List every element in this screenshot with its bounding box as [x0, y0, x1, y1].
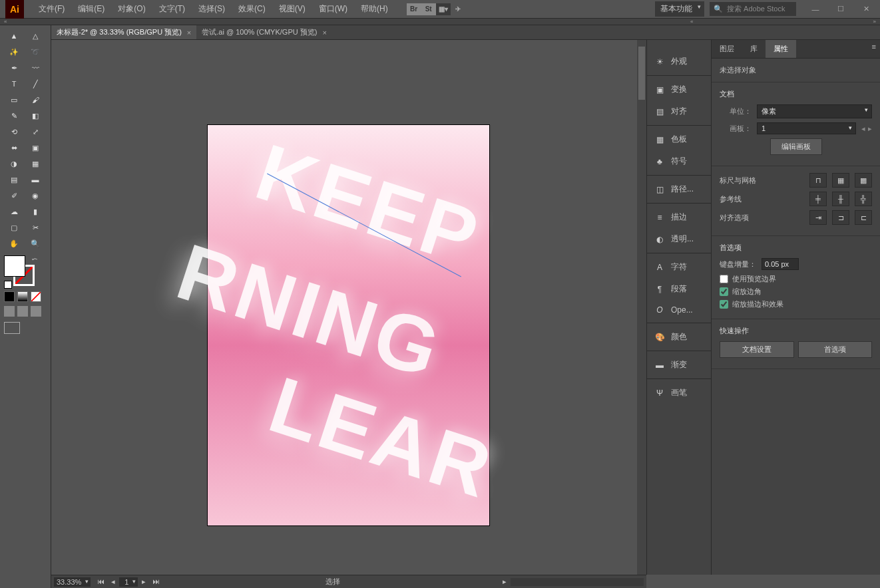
menu-help[interactable]: 帮助(H): [354, 3, 395, 15]
menu-window[interactable]: 窗口(W): [312, 3, 354, 15]
collapse-right-icon[interactable]: »: [869, 19, 880, 25]
lock-guides-icon[interactable]: ╫: [832, 192, 849, 206]
stock-icon[interactable]: St: [421, 3, 436, 15]
zoom-dropdown[interactable]: 33.33%: [54, 577, 91, 587]
curvature-tool[interactable]: 〰: [25, 60, 45, 76]
scale-tool[interactable]: ⤢: [25, 124, 45, 140]
symbol-sprayer-tool[interactable]: ☁: [4, 204, 24, 220]
color-black[interactable]: [4, 291, 15, 302]
panel-pathfinder[interactable]: ◫路径...: [647, 178, 711, 200]
eraser-tool[interactable]: ◧: [25, 108, 45, 124]
close-tab-icon[interactable]: ×: [187, 29, 191, 37]
menu-object[interactable]: 对象(O): [111, 3, 152, 15]
arrange-icon[interactable]: ▦▾: [436, 3, 451, 15]
magic-wand-tool[interactable]: ✨: [4, 44, 24, 60]
status-menu-icon[interactable]: ▸: [503, 577, 507, 586]
maximize-button[interactable]: ☐: [832, 4, 849, 15]
gpu-icon[interactable]: ✈: [451, 3, 465, 15]
mesh-tool[interactable]: ▤: [4, 172, 24, 188]
collapse-mid-icon[interactable]: «: [686, 19, 697, 25]
prefs-button[interactable]: 首选项: [798, 341, 873, 358]
workspace-dropdown[interactable]: 基本功能: [655, 1, 704, 17]
tab-libraries[interactable]: 库: [742, 40, 766, 58]
color-gradient[interactable]: [17, 291, 28, 302]
kbd-incr-input[interactable]: [762, 258, 799, 270]
close-tab-icon[interactable]: ×: [322, 29, 326, 37]
tab-properties[interactable]: 属性: [766, 40, 796, 58]
direct-selection-tool[interactable]: △: [25, 28, 45, 44]
snap-pixel-icon[interactable]: ⊏: [855, 210, 872, 225]
artboard-select[interactable]: 1: [757, 122, 856, 134]
menu-effect[interactable]: 效果(C): [232, 3, 272, 15]
menu-type[interactable]: 文字(T): [152, 3, 192, 15]
shape-builder-tool[interactable]: ◑: [4, 156, 24, 172]
draw-behind[interactable]: [17, 306, 28, 317]
tab-layers[interactable]: 图层: [712, 40, 742, 58]
panel-swatches[interactable]: ▦色板: [647, 128, 711, 150]
menu-select[interactable]: 选择(S): [192, 3, 232, 15]
selection-tool[interactable]: ▲: [4, 28, 24, 44]
horizontal-scrollbar[interactable]: [511, 578, 644, 586]
perspective-tool[interactable]: ▦: [25, 156, 45, 172]
panel-stroke[interactable]: ≡描边: [647, 206, 711, 228]
rotate-tool[interactable]: ⟲: [4, 124, 24, 140]
vertical-scrollbar[interactable]: [637, 40, 646, 575]
panel-transform[interactable]: ▣变换: [647, 78, 711, 100]
scrollbar-thumb[interactable]: [638, 47, 645, 100]
rectangle-tool[interactable]: ▭: [4, 92, 24, 108]
graph-tool[interactable]: ▮: [25, 204, 45, 220]
zoom-tool[interactable]: 🔍: [25, 235, 45, 251]
menu-file[interactable]: 文件(F): [32, 3, 71, 15]
blend-tool[interactable]: ◉: [25, 188, 45, 204]
panel-gradient[interactable]: ▬渐变: [647, 354, 711, 376]
slice-tool[interactable]: ✂: [25, 220, 45, 235]
close-button[interactable]: ✕: [857, 4, 875, 15]
artboard-tool[interactable]: ▢: [4, 220, 24, 235]
grid-icon[interactable]: ▦: [832, 173, 849, 188]
next-artboard-button[interactable]: ▸: [139, 577, 148, 587]
panel-menu-icon[interactable]: ≡: [868, 40, 880, 58]
snap-grid-icon[interactable]: ⊐: [832, 210, 849, 225]
panel-transparency[interactable]: ◐透明...: [647, 228, 711, 250]
fill-stroke-control[interactable]: ⤺: [4, 255, 37, 289]
bridge-icon[interactable]: Br: [407, 3, 421, 15]
edit-artboard-button[interactable]: 编辑画板: [770, 138, 822, 155]
draw-inside[interactable]: [31, 306, 41, 317]
search-input[interactable]: 🔍 搜索 Adobe Stock: [710, 2, 796, 16]
line-tool[interactable]: ╱: [25, 76, 45, 92]
show-guides-icon[interactable]: ╪: [809, 192, 827, 206]
doc-setup-button[interactable]: 文档设置: [720, 341, 794, 358]
prev-artboard-button[interactable]: ◂: [109, 577, 118, 587]
screen-mode-icon[interactable]: [4, 322, 20, 334]
check-scale-strokes[interactable]: 缩放描边和效果: [720, 299, 872, 309]
swap-fill-stroke-icon[interactable]: ⤺: [32, 255, 37, 263]
prev-artboard-button[interactable]: ◂: [861, 124, 865, 133]
document-tab-1[interactable]: 未标题-2* @ 33.33% (RGB/GPU 预览) ×: [51, 25, 196, 39]
default-fill-stroke-icon[interactable]: [4, 281, 12, 289]
panel-align[interactable]: ▤对齐: [647, 100, 711, 122]
eyedropper-tool[interactable]: ✐: [4, 188, 24, 204]
free-transform-tool[interactable]: ▣: [25, 140, 45, 156]
ruler-icon[interactable]: ⊓: [809, 173, 827, 188]
color-none[interactable]: [31, 291, 41, 302]
menu-edit[interactable]: 编辑(E): [71, 3, 111, 15]
draw-normal[interactable]: [4, 306, 15, 317]
panel-paragraph[interactable]: ¶段落: [647, 278, 711, 300]
hand-tool[interactable]: ✋: [4, 235, 24, 251]
document-tab-2[interactable]: 尝试.ai @ 100% (CMYK/GPU 预览) ×: [196, 25, 332, 39]
panel-appearance[interactable]: ☀外观: [647, 51, 711, 73]
last-artboard-button[interactable]: ⏭: [150, 577, 162, 587]
type-tool[interactable]: T: [4, 76, 24, 92]
smart-guides-icon[interactable]: ╬: [855, 192, 872, 206]
first-artboard-button[interactable]: ⏮: [95, 577, 107, 587]
fill-swatch[interactable]: [4, 255, 25, 277]
panel-color[interactable]: 🎨颜色: [647, 326, 711, 348]
pen-tool[interactable]: ✒: [4, 60, 24, 76]
lasso-tool[interactable]: ➰: [25, 44, 45, 60]
shaper-tool[interactable]: ✎: [4, 108, 24, 124]
units-select[interactable]: 像素: [757, 104, 872, 118]
panel-symbols[interactable]: ♣符号: [647, 150, 711, 172]
gradient-tool[interactable]: ▬: [25, 172, 45, 188]
snap-point-icon[interactable]: ⇥: [809, 210, 827, 225]
minimize-button[interactable]: —: [807, 4, 824, 15]
